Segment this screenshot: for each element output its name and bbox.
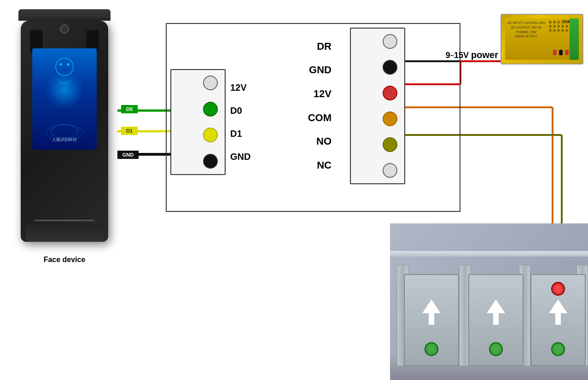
- right-connector: [350, 28, 405, 184]
- gate-circle-3: [551, 342, 565, 356]
- gate-arrow-2: [484, 298, 507, 326]
- power-spec1: AC INPUT: 110/230V-15%: [507, 21, 545, 25]
- gate-panel-3: [530, 274, 586, 366]
- power-supply: OMING AC INPUT: 110/230V-15% DC OUTPUT: …: [501, 14, 583, 64]
- power-spec4: MADE IN P.R.C: [507, 34, 545, 39]
- svg-text:GND: GND: [122, 152, 134, 158]
- power-voltage-text: 9~15V: [446, 51, 471, 60]
- gate-circle-top: [551, 282, 565, 296]
- label-12v-right: 12V: [295, 89, 332, 99]
- gate-panel-1: [404, 274, 459, 366]
- turnstile-background: [390, 223, 588, 380]
- svg-rect-17: [117, 151, 139, 159]
- power-word: power: [471, 50, 498, 60]
- power-supply-inner: OMING AC INPUT: 110/230V-15% DC OUTPUT: …: [505, 18, 579, 60]
- svg-text:D1: D1: [126, 128, 133, 134]
- label-no: NO: [295, 136, 332, 146]
- power-spec2: DC OUTPUT: 250 2A: [507, 25, 545, 30]
- power-spec3: POWER: 25W: [507, 30, 545, 35]
- gate-circle-2: [489, 342, 503, 356]
- svg-text:D0: D0: [126, 106, 133, 112]
- pin-gnd-right: [383, 60, 397, 75]
- svg-rect-13: [121, 105, 138, 113]
- label-gnd-right: GND: [295, 65, 332, 75]
- pin-12v-right: [383, 86, 397, 100]
- face-device-label: Face device: [14, 256, 115, 264]
- screen-text: 人脸识别科技: [32, 137, 97, 143]
- power-specs: AC INPUT: 110/230V-15% DC OUTPUT: 250 2A…: [507, 21, 545, 39]
- label-dr: DR: [295, 41, 332, 52]
- device-screen: 人脸识别科技: [32, 48, 97, 150]
- main-container: D0 D1 GND: [0, 0, 588, 380]
- label-nc: NC: [295, 160, 332, 170]
- gate-arrow-3: [547, 298, 570, 326]
- device-bottom: [25, 223, 104, 242]
- label-com: COM: [295, 113, 332, 123]
- connector-labels-right: DR GND 12V COM NO NC: [295, 28, 332, 184]
- pin-nc: [383, 163, 397, 178]
- pin-dr: [383, 34, 397, 49]
- pin-com: [383, 111, 397, 126]
- gate-panel-2: [468, 274, 524, 366]
- gate-circle-1: [425, 342, 438, 356]
- face-device: 人脸识别科技: [14, 9, 115, 249]
- turnstile-container: [390, 223, 588, 380]
- face-device-container: 人脸识别科技 Face device: [14, 9, 115, 264]
- gate-arrow-1: [420, 298, 443, 326]
- power-label: 9~15V power: [446, 50, 498, 60]
- pin-no: [383, 137, 397, 152]
- device-body: 人脸识别科技: [21, 21, 108, 242]
- svg-rect-15: [121, 127, 138, 135]
